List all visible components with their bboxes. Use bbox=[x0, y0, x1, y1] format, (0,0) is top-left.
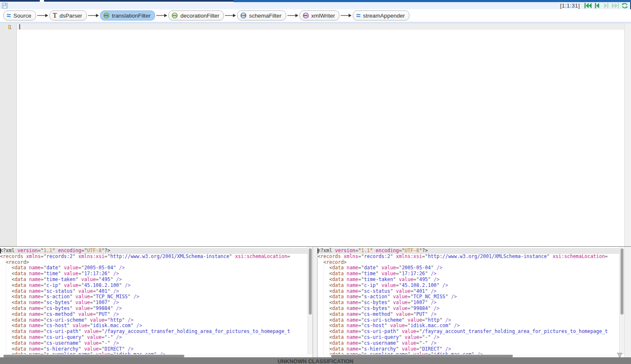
skip-to-start-button[interactable] bbox=[584, 3, 592, 9]
step-back-button[interactable] bbox=[593, 3, 601, 9]
xml-line: <data name="cs-uri-scheme" value="http" … bbox=[318, 318, 619, 323]
xml-preview-panel-input[interactable]: <?xml version="1.1" encoding="UTF-8"?><r… bbox=[0, 247, 313, 358]
xml-line: <data name="c-ip" value="45.108.2.100" /… bbox=[318, 283, 619, 289]
flow-arrow bbox=[156, 13, 167, 18]
classification-label: UNKNOWN CLASSIFICATION bbox=[277, 357, 353, 364]
source-editor[interactable]: 1 bbox=[0, 23, 624, 246]
tab-segment bbox=[0, 0, 40, 2]
scrollbar-thumb[interactable] bbox=[621, 248, 623, 315]
scrollbar-thumb[interactable] bbox=[309, 248, 312, 315]
refresh-button[interactable] bbox=[621, 3, 628, 9]
stage-label: dsParser bbox=[59, 13, 82, 19]
xml-line: <data name="cs-username" value="-" /> bbox=[318, 341, 619, 346]
pipeline-stage-dsParser[interactable]: TdsParser bbox=[49, 10, 87, 21]
flow-arrow-icon bbox=[287, 13, 298, 18]
xml-line: <data name="cs-bytes" value="99884" /> bbox=[318, 306, 619, 312]
xml-line: <data name="cs-host" value="idisk.mac.co… bbox=[318, 323, 619, 329]
xml-line: <record> bbox=[318, 260, 619, 266]
flow-arrow bbox=[287, 13, 298, 18]
step-forward-button[interactable] bbox=[603, 3, 610, 9]
xsd-badge-icon: XSD bbox=[241, 13, 246, 18]
xml-line: <?xml version="1.1" encoding="UTF-8"?> bbox=[0, 248, 308, 254]
xml-line: <data name="cs-method" value="PUT" /> bbox=[0, 312, 308, 318]
flow-arrow bbox=[225, 13, 236, 18]
save-button[interactable] bbox=[2, 3, 8, 9]
stage-label: translationFilter bbox=[112, 13, 150, 19]
xml-line: <data name="time" value="17:17:26" /> bbox=[0, 271, 308, 277]
xml-line: <data name="cs-uri-query" value="-" /> bbox=[0, 335, 308, 341]
flow-arrow-icon bbox=[225, 13, 236, 18]
xsl-badge-icon: XSL bbox=[103, 13, 109, 18]
xml-line: <data name="cs-bytes" value="99884" /> bbox=[0, 306, 308, 312]
pipeline-stage-xmlWriter[interactable]: XMLxmlWriter bbox=[300, 10, 340, 21]
xml-line: <data name="s-action" value="TCP_NC_MISS… bbox=[0, 294, 308, 300]
xml-line: <data name="cs-method" value="PUT" /> bbox=[318, 312, 619, 318]
stage-label: streamAppender bbox=[363, 13, 405, 19]
pipeline-stage-translationFilter[interactable]: XSLtranslationFilter bbox=[100, 10, 155, 21]
xml-line: <data name="cs-uri-query" value="-" /> bbox=[318, 335, 619, 341]
xml-line: <data name="time-taken" value="495" /> bbox=[318, 277, 619, 283]
pipeline-stage-schemaFilter[interactable]: XSDschemaFilter bbox=[237, 10, 286, 21]
xml-line: <?xml version="1.1" encoding="UTF-8"?> bbox=[318, 248, 619, 254]
stream-wave-icon: ≈ bbox=[7, 13, 11, 18]
xml-line: <data name="s-hierarchy" value="DIRECT" … bbox=[318, 346, 619, 352]
indent-guide bbox=[329, 260, 330, 356]
vertical-scrollbar[interactable] bbox=[308, 247, 313, 354]
xml-badge-icon: XML bbox=[303, 13, 309, 18]
classification-bar: UNKNOWN CLASSIFICATION bbox=[0, 357, 631, 364]
stream-wave-icon: ≈ bbox=[356, 13, 360, 18]
xml-line: <data name="sc-bytes" value="1007" /> bbox=[0, 300, 308, 306]
stage-label: Source bbox=[13, 13, 31, 19]
indent-guide bbox=[323, 260, 324, 356]
xml-line: <data name="cs-username" value="-" /> bbox=[0, 341, 308, 346]
flow-arrow-icon bbox=[88, 13, 99, 18]
tab-segment bbox=[44, 0, 233, 2]
flow-arrow-icon bbox=[37, 13, 48, 18]
pipeline-stage-decorationFilter[interactable]: XSLdecorationFilter bbox=[168, 10, 224, 21]
vertical-scrollbar[interactable] bbox=[619, 247, 624, 354]
pipeline-bar: ≈SourceTdsParserXSLtranslationFilterXSLd… bbox=[0, 9, 631, 22]
xml-line: <data name="s-action" value="TCP_NC_MISS… bbox=[318, 294, 619, 300]
save-icon bbox=[2, 3, 8, 9]
record-counter: [1:1:31] bbox=[560, 3, 580, 9]
line-number: 1 bbox=[9, 24, 12, 30]
xml-line: <record> bbox=[0, 260, 308, 266]
playback-controls: [1:1:31] bbox=[560, 2, 628, 9]
xsl-badge-icon: XSL bbox=[172, 13, 178, 18]
flow-arrow-icon bbox=[341, 13, 352, 18]
flow-arrow-icon bbox=[156, 13, 167, 18]
stage-label: xmlWriter bbox=[311, 13, 335, 19]
text-parser-icon: T bbox=[53, 13, 57, 18]
preview-panels: <?xml version="1.1" encoding="UTF-8"?><r… bbox=[0, 246, 631, 357]
xml-line: <data name="c-ip" value="45.108.2.100" /… bbox=[0, 283, 308, 289]
current-line-highlight bbox=[17, 23, 624, 30]
text-cursor bbox=[318, 248, 318, 253]
xml-document[interactable]: <?xml version="1.1" encoding="UTF-8"?><r… bbox=[0, 247, 308, 354]
xml-document[interactable]: <?xml version="1.1" encoding="UTF-8"?><r… bbox=[318, 247, 619, 354]
pipeline-stage-streamAppender[interactable]: ≈streamAppender bbox=[353, 10, 409, 21]
pipeline-stage-Source[interactable]: ≈Source bbox=[3, 10, 36, 21]
indent-guide bbox=[12, 260, 12, 356]
text-cursor bbox=[19, 24, 20, 29]
indent-guide bbox=[6, 260, 6, 356]
xml-line: <data name="date" value="2005-05-04" /> bbox=[318, 265, 619, 271]
editor-content[interactable] bbox=[17, 23, 624, 246]
text-cursor bbox=[0, 248, 1, 253]
xml-line: <data name="cs-uri-path" value="/fayray_… bbox=[318, 329, 619, 335]
xml-preview-panel-output[interactable]: <?xml version="1.1" encoding="UTF-8"?><r… bbox=[318, 247, 624, 358]
xml-line: <data name="cs-uri-path" value="/fayray_… bbox=[0, 329, 308, 335]
skip-to-end-button[interactable] bbox=[612, 3, 619, 9]
stage-label: schemaFilter bbox=[249, 13, 281, 19]
toolbar: [1:1:31] bbox=[0, 2, 631, 9]
line-number-gutter: 1 bbox=[0, 23, 17, 246]
xml-line: <data name="sc-status" value="401" /> bbox=[0, 289, 308, 294]
stage-label: decorationFilter bbox=[180, 13, 219, 19]
flow-arrow bbox=[37, 13, 48, 18]
xml-line: <records xmlns="records:2" xmlns:xsi="ht… bbox=[318, 254, 619, 260]
xml-line: <data name="sc-status" value="401" /> bbox=[318, 289, 619, 294]
xml-line: <data name="cs-uri-scheme" value="http" … bbox=[0, 318, 308, 323]
xml-line: <data name="cs-host" value="idisk.mac.co… bbox=[0, 323, 308, 329]
panel-divider[interactable] bbox=[313, 247, 318, 358]
xml-line: <records xmlns="records:2" xmlns:xsi="ht… bbox=[0, 254, 308, 260]
xml-line: <data name="time-taken" value="495" /> bbox=[0, 277, 308, 283]
